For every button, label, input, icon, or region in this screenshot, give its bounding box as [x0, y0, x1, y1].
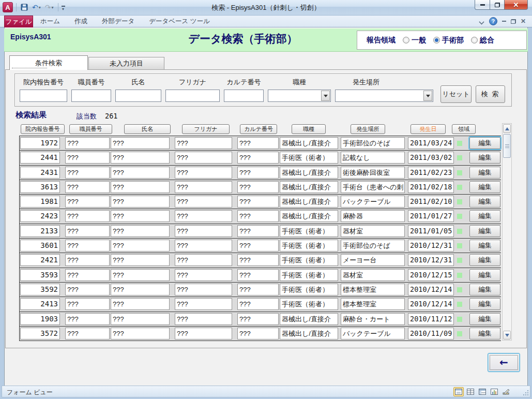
column-sort-report-no[interactable]: 院内報告番号 — [21, 124, 65, 134]
restore-button[interactable] — [490, 0, 504, 10]
form-id: EpisysA301 — [10, 33, 51, 41]
ribbon-tab-home[interactable]: ホーム — [33, 16, 67, 27]
cell-job-type: 手術医（術者） — [280, 254, 338, 266]
scroll-down-button[interactable] — [503, 331, 511, 339]
reset-button[interactable]: リセット — [440, 85, 472, 103]
radio-option-general[interactable]: 一般 — [403, 36, 426, 45]
job-type-combobox[interactable] — [268, 90, 331, 102]
expand-ribbon-icon[interactable] — [479, 20, 484, 23]
area-badge — [457, 141, 462, 146]
cell-name: ??? — [111, 152, 170, 164]
edit-button[interactable]: 編集 — [469, 167, 500, 179]
karte-no-input[interactable] — [224, 90, 264, 102]
cell-job-type: 器械出し/直接介 — [280, 181, 338, 193]
cell-place: 手術台（患者への刺 — [341, 181, 405, 193]
minimize-button[interactable] — [475, 0, 490, 10]
edit-button[interactable]: 編集 — [469, 181, 500, 193]
table-row: 2431 ??? ??? ??? ??? 器械出し/直接介 術後麻酔回復室 20… — [20, 166, 501, 180]
dropdown-arrow-icon[interactable] — [321, 91, 330, 101]
radio-selected-icon — [433, 37, 440, 43]
edit-button[interactable]: 編集 — [469, 137, 500, 149]
column-sort-job-type[interactable]: 職種 — [292, 124, 326, 134]
staff-no-input[interactable] — [71, 90, 111, 102]
cell-name: ??? — [111, 284, 170, 295]
tab-condition-search[interactable]: 条件検索 — [9, 55, 88, 70]
ribbon-tab-file[interactable]: ファイル — [4, 16, 33, 27]
cell-report-no: 1903 — [20, 313, 60, 325]
form-view-button[interactable] — [453, 387, 464, 396]
child-minimize-button[interactable] — [502, 17, 506, 25]
radio-option-surgery[interactable]: 手術部 — [433, 36, 464, 45]
search-button[interactable]: 検 索 — [476, 85, 505, 103]
edit-button[interactable]: 編集 — [469, 240, 500, 252]
cell-karte-no: ??? — [237, 167, 279, 179]
edit-button[interactable]: 編集 — [469, 284, 500, 295]
edit-button[interactable]: 編集 — [469, 254, 500, 266]
cell-date: 2011/01/05 — [408, 225, 454, 237]
area-badge — [457, 317, 462, 322]
cell-report-no: 1981 — [20, 196, 60, 208]
back-button[interactable]: ← — [488, 353, 520, 372]
column-sort-name[interactable]: 氏名 — [124, 124, 171, 134]
cell-name: ??? — [111, 240, 170, 252]
edit-button[interactable]: 編集 — [469, 152, 500, 164]
result-count-value: 261 — [105, 112, 117, 120]
report-area-label: 報告領域 — [367, 36, 396, 45]
cell-place: 手術部位のそば — [341, 137, 405, 149]
pivottable-view-button[interactable] — [477, 387, 488, 396]
kana-input[interactable] — [165, 90, 220, 102]
cell-karte-no: ??? — [237, 196, 279, 208]
dropdown-arrow-icon[interactable] — [423, 91, 432, 101]
scrollbar-thumb[interactable] — [503, 134, 511, 158]
edit-button[interactable]: 編集 — [469, 196, 500, 208]
close-button[interactable]: ✕ — [504, 0, 528, 10]
edit-button[interactable]: 編集 — [469, 225, 500, 237]
minimize-icon — [502, 21, 506, 22]
edit-button[interactable]: 編集 — [469, 269, 500, 281]
cell-karte-no: ??? — [237, 269, 279, 281]
cell-job-type: 手術医（術者） — [280, 298, 338, 310]
arrow-down-icon — [505, 334, 509, 337]
table-row: 2421 ??? ??? ??? ??? 手術医（術者） メーヨー台 2010/… — [20, 253, 501, 268]
edit-button[interactable]: 編集 — [469, 328, 500, 339]
resize-grip[interactable] — [523, 390, 529, 396]
edit-button[interactable]: 編集 — [469, 298, 500, 310]
edit-button[interactable]: 編集 — [469, 313, 500, 325]
cell-date: 2011/01/27 — [408, 210, 454, 222]
vertical-scrollbar[interactable] — [502, 123, 512, 341]
cell-karte-no: ??? — [237, 152, 279, 164]
pivotchart-view-button[interactable] — [489, 387, 499, 396]
field-label-karte-no: カルテ番号 — [224, 78, 264, 86]
datasheet-view-button[interactable] — [465, 387, 476, 396]
pivottable-view-icon — [479, 389, 486, 395]
place-combobox[interactable] — [335, 90, 433, 102]
tab-unentered-items[interactable]: 未入力項目 — [88, 57, 164, 70]
scroll-up-button[interactable] — [503, 124, 511, 133]
area-badge — [457, 155, 462, 160]
column-sort-place[interactable]: 発生場所 — [351, 124, 385, 134]
ribbon-tab-database-tools[interactable]: データベース ツール — [142, 16, 217, 27]
cell-karte-no: ??? — [237, 328, 279, 339]
field-label-kana: フリガナ — [165, 78, 220, 86]
area-badge — [457, 287, 462, 292]
cell-report-no: 2133 — [20, 225, 60, 237]
child-restore-button[interactable] — [511, 17, 516, 25]
edit-button[interactable]: 編集 — [469, 210, 500, 222]
report-no-input[interactable] — [20, 90, 67, 102]
name-input[interactable] — [115, 90, 161, 102]
ribbon-tab-row: ファイル ホーム 作成 外部データ データベース ツール ? ✕ — [0, 16, 532, 27]
column-sort-karte-no[interactable]: カルテ番号 — [240, 124, 277, 134]
column-sort-area[interactable]: 領域 — [452, 124, 476, 134]
cell-job-type: 手術医（術者） — [280, 225, 338, 237]
column-sort-staff-no[interactable]: 職員番号 — [69, 124, 112, 134]
help-icon[interactable]: ? — [489, 17, 497, 25]
ribbon-tab-create[interactable]: 作成 — [67, 16, 95, 27]
column-sort-date[interactable]: 発生日 — [411, 124, 446, 134]
cell-name: ??? — [111, 196, 170, 208]
ribbon-tab-external-data[interactable]: 外部データ — [95, 16, 142, 27]
child-close-button[interactable]: ✕ — [521, 17, 526, 25]
radio-icon — [471, 37, 478, 43]
radio-option-total[interactable]: 総合 — [471, 36, 494, 45]
design-view-button[interactable] — [501, 387, 511, 396]
column-sort-kana[interactable]: フリガナ — [182, 124, 230, 134]
